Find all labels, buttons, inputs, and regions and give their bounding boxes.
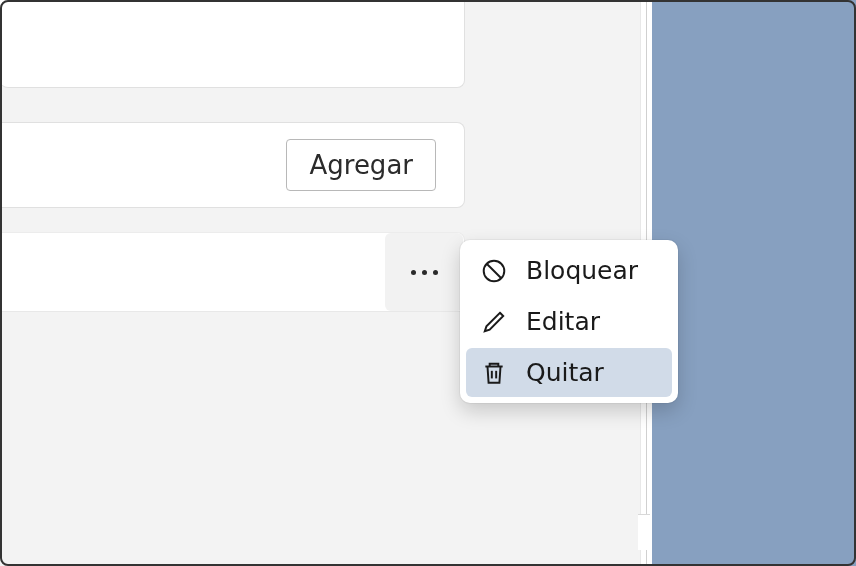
desktop-background xyxy=(652,0,856,566)
add-section: Agregar xyxy=(0,122,465,208)
menu-item-label: Quitar xyxy=(526,358,604,387)
context-menu: Bloquear Editar Quitar xyxy=(460,240,678,403)
edit-icon xyxy=(480,308,508,336)
menu-item-block[interactable]: Bloquear xyxy=(466,246,672,295)
menu-item-remove[interactable]: Quitar xyxy=(466,348,672,397)
menu-item-edit[interactable]: Editar xyxy=(466,297,672,346)
add-button[interactable]: Agregar xyxy=(286,139,436,191)
list-row xyxy=(0,232,465,312)
ellipsis-icon xyxy=(411,270,438,275)
menu-item-label: Editar xyxy=(526,307,600,336)
trash-icon xyxy=(480,359,508,387)
card-section xyxy=(0,0,465,88)
more-options-button[interactable] xyxy=(385,233,463,311)
block-icon xyxy=(480,257,508,285)
menu-item-label: Bloquear xyxy=(526,256,638,285)
svg-line-1 xyxy=(487,263,501,277)
scroll-gap xyxy=(638,514,650,550)
